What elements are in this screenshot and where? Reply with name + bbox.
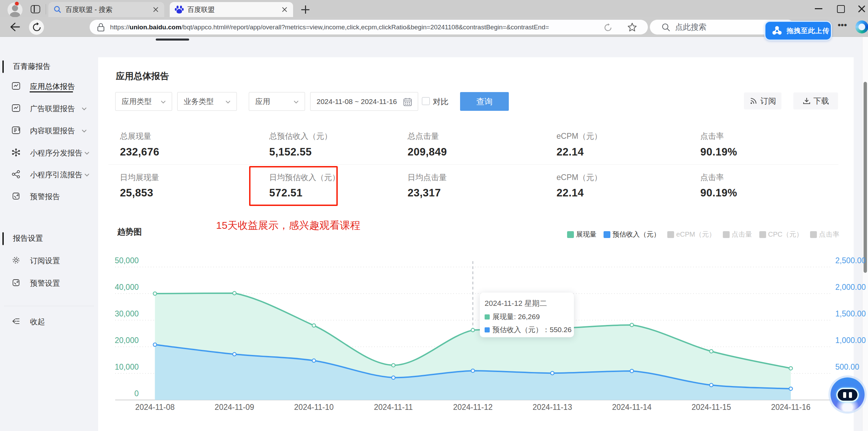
more-options-icon[interactable]: ••• <box>838 20 847 30</box>
compare-checkbox[interactable] <box>422 97 430 105</box>
browser-toolbar: https://union.baidu.com/bqt/appco.html#/… <box>0 17 868 37</box>
content-report-icon <box>12 126 20 135</box>
red-annotation: 15天收益展示，感兴趣观看课程 <box>216 219 360 233</box>
report-icon <box>12 104 20 113</box>
chart-legend: 展现量预估收入（元）eCPM（元）点击量CPC（元）点击率 <box>567 230 839 239</box>
stats-divider <box>108 164 838 165</box>
browser-tab-baidu-union[interactable]: 百度联盟 <box>170 2 293 17</box>
compare-label: 对比 <box>433 96 448 107</box>
chevron-down-icon <box>292 98 300 106</box>
stat-value: 90.19% <box>700 187 737 199</box>
chevron-down-icon <box>80 127 88 135</box>
sidebar-section-report-settings: 报告设置 <box>13 233 43 243</box>
search-placeholder: 点此搜索 <box>675 22 706 32</box>
sidebar-section-baiqingteng: 百青藤报告 <box>13 61 50 72</box>
sidebar-item-miniapp-distribute[interactable]: 小程序分发报告 <box>30 148 82 158</box>
stat-value: 22.14 <box>557 187 584 199</box>
miniapp-traffic-icon <box>12 170 20 179</box>
pause-icon <box>836 388 859 402</box>
tab-close-icon[interactable] <box>152 6 159 13</box>
stat-value: 25,853 <box>120 187 153 199</box>
sidebar-item-alert-report[interactable]: 预警报告 <box>30 192 60 202</box>
workspaces-icon[interactable] <box>31 5 40 13</box>
series-color-swatch <box>485 327 490 332</box>
legend-label: 展现量 <box>576 230 596 239</box>
browser-tab-search[interactable]: 百度联盟 - 搜索 <box>48 2 164 17</box>
sidebar-item-miniapp-traffic[interactable]: 小程序引流报告 <box>30 170 82 180</box>
app-select[interactable]: 应用 <box>249 92 305 111</box>
new-tab-icon[interactable] <box>301 5 310 14</box>
alert-report-icon <box>12 192 20 200</box>
subscribe-button[interactable]: 订阅 <box>744 92 781 109</box>
sidebar-active-underline <box>30 91 73 92</box>
legend-swatch <box>810 231 817 238</box>
page-scroll-indicator <box>156 39 189 41</box>
upload-chip-label: 拖拽至此上传 <box>787 26 829 35</box>
refresh-icon[interactable] <box>32 22 42 32</box>
page-title: 应用总体报告 <box>116 70 169 82</box>
sync-icon[interactable] <box>604 23 612 32</box>
series-color-swatch <box>485 314 490 319</box>
legend-item[interactable]: 预估收入（元） <box>604 230 660 239</box>
sidebar-collapse[interactable]: 收起 <box>30 317 45 327</box>
stat-label: eCPM（元） <box>557 131 602 142</box>
netdisk-icon <box>770 24 784 38</box>
legend-swatch <box>567 231 574 238</box>
sidebar-item-ad-union[interactable]: 广告联盟报告 <box>30 104 75 114</box>
sidebar-scrollbar[interactable] <box>2 60 4 73</box>
lock-icon <box>97 23 105 32</box>
rss-icon <box>749 97 758 105</box>
chevron-down-icon <box>83 171 91 179</box>
biz-type-select[interactable]: 业务类型 <box>177 92 237 111</box>
sidebar-item-subscribe-settings[interactable]: 订阅设置 <box>30 256 60 266</box>
sidebar-scrollbar[interactable] <box>2 232 4 245</box>
window-maximize-icon[interactable] <box>836 4 846 13</box>
sidebar-item-alert-settings[interactable]: 预警设置 <box>30 278 60 288</box>
stat-label: 总点击量 <box>408 131 439 142</box>
legend-item[interactable]: 点击率 <box>810 230 839 239</box>
legend-item[interactable]: eCPM（元） <box>667 230 716 239</box>
date-range-picker[interactable]: 2024-11-08 ~ 2024-11-16 <box>310 92 418 111</box>
date-range-value: 2024-11-08 ~ 2024-11-16 <box>317 98 397 106</box>
window-minimize-icon[interactable] <box>814 4 824 13</box>
back-icon[interactable] <box>9 22 20 32</box>
legend-item[interactable]: CPC（元） <box>759 230 803 239</box>
legend-item[interactable]: 点击量 <box>723 230 752 239</box>
legend-swatch <box>667 231 674 238</box>
stat-label: eCPM（元） <box>557 172 602 183</box>
legend-label: 预估收入（元） <box>612 230 660 239</box>
tab-close-icon[interactable] <box>281 6 288 13</box>
legend-swatch <box>723 231 730 238</box>
baidu-favicon-icon <box>174 5 184 14</box>
stat-label: 日均展现量 <box>120 172 159 183</box>
stat-value: 22.14 <box>557 146 584 158</box>
legend-item[interactable]: 展现量 <box>567 230 596 239</box>
scrollbar-thumb[interactable] <box>864 82 867 273</box>
app-type-select[interactable]: 应用类型 <box>115 92 172 111</box>
collapse-icon <box>12 317 20 326</box>
report-panel <box>98 57 854 431</box>
tab-separator <box>46 4 46 14</box>
stat-value: 232,676 <box>120 146 159 158</box>
stat-label: 日均点击量 <box>408 172 447 183</box>
sidebar-item-app-overall[interactable]: 应用总体报告 <box>30 81 75 92</box>
copilot-icon[interactable] <box>855 20 868 33</box>
chart-tooltip: 2024-11-12 星期二 展现量: 26,269 预估收入（元）：550.2… <box>480 293 574 337</box>
window-close-icon[interactable] <box>857 4 867 13</box>
favorite-star-icon[interactable] <box>627 23 637 32</box>
legend-swatch <box>759 231 766 238</box>
legend-label: eCPM（元） <box>676 230 716 239</box>
url-bar[interactable]: https://union.baidu.com/bqt/appco.html#/… <box>89 19 648 35</box>
tooltip-row: 预估收入（元）：550.26 <box>485 325 574 335</box>
pause-widget[interactable] <box>831 377 865 412</box>
upload-drop-chip[interactable]: 拖拽至此上传 <box>764 21 832 41</box>
stat-value: 23,317 <box>408 187 441 199</box>
stat-label: 点击率 <box>700 131 724 142</box>
app-root: 百度联盟 - 搜索 百度联盟 https://union.baidu.com/b… <box>0 0 868 431</box>
download-button[interactable]: 下载 <box>793 92 838 109</box>
stat-label: 点击率 <box>700 172 724 183</box>
tab-title: 百度联盟 - 搜索 <box>65 5 112 14</box>
sidebar-item-content-union[interactable]: 内容联盟报告 <box>30 126 75 136</box>
query-button[interactable]: 查询 <box>460 92 509 111</box>
stat-label: 总展现量 <box>120 131 151 142</box>
